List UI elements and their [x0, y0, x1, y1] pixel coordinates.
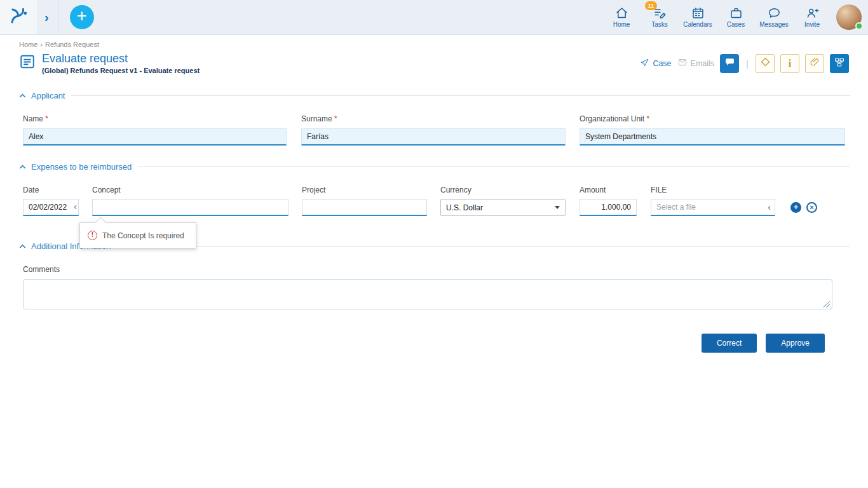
page-subtitle: (Global) Refunds Request v1 - Evaluate r…	[42, 67, 200, 74]
breadcrumb-home[interactable]: Home	[19, 41, 37, 48]
row-actions: + ×	[790, 202, 817, 213]
info-button[interactable]: i	[780, 54, 799, 73]
org-unit-label: Organizational Unit *	[580, 114, 845, 123]
expand-sidebar-chevron[interactable]: ›	[44, 10, 49, 25]
amount-input[interactable]	[580, 199, 637, 216]
col-currency: Currency	[440, 186, 566, 194]
section-divider	[138, 166, 850, 167]
org-chart-icon	[834, 57, 845, 71]
bizagi-logo-icon	[9, 7, 28, 27]
nav-label: Tasks	[651, 21, 668, 28]
approve-button[interactable]: Approve	[766, 334, 825, 353]
nav-calendars[interactable]: Calendars	[679, 6, 717, 28]
error-icon: !	[88, 231, 97, 240]
page-title: Evaluate request	[42, 52, 200, 65]
case-icon	[640, 58, 649, 69]
surname-label: Surname *	[301, 114, 566, 123]
breadcrumb-current[interactable]: Refunds Request	[45, 41, 99, 48]
topbar-nav: Home 11 Tasks Calendars	[602, 4, 868, 30]
nav-cases[interactable]: Cases	[717, 6, 755, 28]
emails-link[interactable]: Emails	[677, 58, 715, 69]
nav-invite[interactable]: Invite	[793, 6, 831, 28]
correct-button[interactable]: Correct	[702, 334, 757, 353]
emails-label: Emails	[691, 59, 715, 68]
expenses-section-header[interactable]: Expenses to be reimbursed	[19, 162, 850, 172]
section-divider	[118, 246, 850, 247]
name-input[interactable]	[23, 128, 287, 146]
expenses-column-headers: Date Concept Project Currency Amount FIL…	[23, 186, 850, 194]
user-avatar[interactable]	[836, 4, 862, 30]
required-asterisk: *	[334, 114, 337, 123]
case-label: Case	[653, 59, 671, 68]
online-status-dot	[855, 22, 863, 30]
name-label: Name *	[23, 114, 287, 123]
expense-row: ‹ U.S. Dollar Select a file ‹ + × ! The …	[23, 199, 850, 216]
topbar: › + Home 11 Tasks	[0, 0, 868, 35]
message-bubble-icon	[768, 6, 781, 20]
nav-tasks[interactable]: 11 Tasks	[641, 6, 679, 28]
task-form-icon	[19, 52, 36, 70]
header-toolbar: Case Emails | i	[640, 54, 849, 73]
expenses-section: Expenses to be reimbursed Date Concept P…	[19, 162, 850, 216]
validation-tooltip: ! The Concept Is required	[79, 222, 196, 248]
title-block: Evaluate request (Global) Refunds Reques…	[19, 52, 200, 74]
concept-input[interactable]	[92, 199, 288, 216]
attachments-button[interactable]	[805, 54, 824, 73]
new-case-button[interactable]: +	[70, 5, 94, 29]
dropdown-caret-icon	[555, 206, 560, 209]
section-title: Applicant	[31, 91, 65, 100]
file-upload-field[interactable]: Select a file ‹	[651, 199, 775, 216]
currency-value: U.S. Dollar	[446, 203, 483, 212]
currency-select[interactable]: U.S. Dollar	[440, 199, 566, 216]
col-amount: Amount	[580, 186, 637, 194]
diamond-icon	[760, 57, 771, 70]
chevron-up-icon	[19, 163, 26, 170]
col-date: Date	[23, 186, 79, 194]
briefcase-icon	[729, 6, 743, 20]
error-message: The Concept Is required	[102, 231, 184, 240]
info-icon: i	[789, 58, 791, 69]
remove-row-button[interactable]: ×	[806, 202, 817, 213]
nav-messages[interactable]: Messages	[755, 6, 793, 28]
surname-input[interactable]	[301, 128, 566, 146]
nav-label: Cases	[727, 21, 745, 28]
chevron-up-icon	[19, 92, 26, 99]
nav-home[interactable]: Home	[602, 6, 641, 28]
app-logo[interactable]	[0, 0, 37, 34]
invite-user-icon	[806, 6, 819, 20]
comments-button[interactable]	[720, 54, 739, 73]
file-placeholder: Select a file	[656, 203, 696, 212]
topbar-divider	[58, 0, 58, 35]
breadcrumb-separator: ›	[40, 41, 43, 48]
process-map-button[interactable]	[830, 54, 849, 73]
org-unit-input[interactable]	[580, 128, 845, 146]
required-asterisk: *	[45, 114, 48, 123]
home-icon	[615, 6, 628, 20]
date-picker-chevron[interactable]: ‹	[74, 202, 77, 211]
applicant-section-header[interactable]: Applicant	[19, 91, 850, 100]
resize-handle[interactable]	[824, 301, 830, 308]
paperclip-icon	[810, 57, 820, 70]
col-concept: Concept	[92, 186, 288, 194]
applicant-section: Applicant Name * Surname * Organizationa…	[19, 91, 850, 146]
project-input[interactable]	[302, 199, 427, 216]
tasks-count-badge: 11	[645, 1, 658, 10]
process-path-button[interactable]	[756, 54, 775, 73]
date-input[interactable]	[23, 199, 79, 216]
form-actions: Correct Approve	[19, 334, 825, 353]
nav-label: Messages	[759, 21, 789, 28]
toolbar-divider: |	[746, 58, 749, 69]
section-divider	[71, 95, 850, 96]
nav-label: Calendars	[683, 21, 712, 28]
add-row-button[interactable]: +	[790, 202, 801, 213]
breadcrumb: Home›Refunds Request	[0, 35, 868, 48]
case-link[interactable]: Case	[640, 58, 671, 69]
chevron-up-icon	[19, 243, 26, 250]
tasks-icon: 11	[653, 6, 667, 20]
col-file: FILE	[651, 186, 775, 194]
comments-textarea[interactable]	[23, 279, 832, 309]
envelope-icon	[677, 58, 688, 69]
nav-label: Invite	[804, 21, 820, 28]
section-title: Expenses to be reimbursed	[31, 162, 132, 172]
required-asterisk: *	[646, 114, 649, 123]
